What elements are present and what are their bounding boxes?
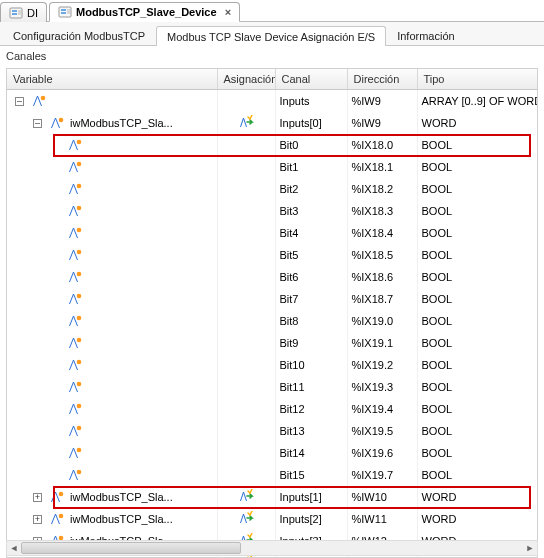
canal-cell: Inputs xyxy=(275,90,347,113)
scroll-left-arrow[interactable]: ◄ xyxy=(7,541,21,555)
expand-icon[interactable]: + xyxy=(33,493,42,502)
table-row[interactable]: Bit5%IX18.5BOOL xyxy=(7,244,538,266)
variable-icon xyxy=(68,337,82,349)
direccion-cell: %IX19.7 xyxy=(347,464,417,486)
variable-icon xyxy=(50,513,64,525)
sub-tab[interactable]: Información xyxy=(386,25,465,45)
horizontal-scrollbar[interactable]: ◄ ► xyxy=(6,540,538,556)
direccion-cell: %IX18.4 xyxy=(347,222,417,244)
variable-icon xyxy=(68,315,82,327)
table-row[interactable]: +iwModbusTCP_Sla...Inputs[2]%IW11WORD xyxy=(7,508,538,530)
svg-point-22 xyxy=(77,404,82,409)
canal-cell: Bit9 xyxy=(275,332,347,354)
direccion-cell: %IX19.6 xyxy=(347,442,417,464)
canal-cell: Bit5 xyxy=(275,244,347,266)
assignment-icon xyxy=(238,489,254,503)
tree-spacer xyxy=(51,163,60,172)
expand-icon[interactable]: + xyxy=(33,515,42,524)
canal-cell: Bit15 xyxy=(275,464,347,486)
canal-cell: Bit4 xyxy=(275,222,347,244)
table-row[interactable]: Bit12%IX19.4BOOL xyxy=(7,398,538,420)
tree-spacer xyxy=(51,185,60,194)
variable-icon xyxy=(50,117,64,129)
editor-tabs: DIModbusTCP_Slave_Device× xyxy=(0,0,544,22)
table-row[interactable]: Bit3%IX18.3BOOL xyxy=(7,200,538,222)
editor-tab-label: ModbusTCP_Slave_Device xyxy=(76,6,217,18)
table-row[interactable]: Bit14%IX19.6BOOL xyxy=(7,442,538,464)
svg-rect-3 xyxy=(18,10,21,15)
table-row[interactable]: Bit0%IX18.0BOOL xyxy=(7,134,538,156)
tipo-cell: BOOL xyxy=(417,134,538,156)
variable-icon xyxy=(32,95,46,107)
header-row: Variable Asignación Canal Dirección Tipo xyxy=(7,69,538,90)
scroll-thumb[interactable] xyxy=(21,542,241,554)
table-row[interactable]: –Inputs%IW9ARRAY [0..9] OF WORD xyxy=(7,90,538,113)
table-row[interactable]: Bit7%IX18.7BOOL xyxy=(7,288,538,310)
svg-rect-1 xyxy=(12,10,17,12)
canal-cell: Bit7 xyxy=(275,288,347,310)
tipo-cell: BOOL xyxy=(417,376,538,398)
direccion-cell: %IX18.1 xyxy=(347,156,417,178)
variable-icon xyxy=(68,139,82,151)
table-row[interactable]: Bit8%IX19.0BOOL xyxy=(7,310,538,332)
variable-icon xyxy=(68,161,82,173)
tree-spacer xyxy=(51,405,60,414)
variable-name: iwModbusTCP_Sla... xyxy=(70,491,173,503)
variable-name: iwModbusTCP_Sla... xyxy=(70,117,173,129)
scroll-right-arrow[interactable]: ► xyxy=(523,541,537,555)
variable-icon xyxy=(68,403,82,415)
table-row[interactable]: –iwModbusTCP_Sla...Inputs[0]%IW9WORD xyxy=(7,112,538,134)
svg-point-8 xyxy=(41,96,46,101)
table-row[interactable]: Bit4%IX18.4BOOL xyxy=(7,222,538,244)
assignment-icon xyxy=(238,115,254,129)
editor-tab-modbustcp_slave_device[interactable]: ModbusTCP_Slave_Device× xyxy=(49,2,240,22)
direccion-cell: %IX19.4 xyxy=(347,398,417,420)
collapse-icon[interactable]: – xyxy=(15,97,24,106)
variable-icon xyxy=(68,205,82,217)
table-row[interactable]: Bit6%IX18.6BOOL xyxy=(7,266,538,288)
direccion-cell: %IX19.0 xyxy=(347,310,417,332)
svg-point-9 xyxy=(59,118,64,123)
svg-point-23 xyxy=(77,426,82,431)
svg-point-18 xyxy=(77,316,82,321)
tipo-cell: BOOL xyxy=(417,464,538,486)
tree-spacer xyxy=(51,427,60,436)
table-row[interactable]: Bit13%IX19.5BOOL xyxy=(7,420,538,442)
sub-tab[interactable]: Modbus TCP Slave Device Asignación E/S xyxy=(156,26,386,46)
io-mapping-grid[interactable]: Variable Asignación Canal Dirección Tipo… xyxy=(6,68,538,558)
tipo-cell: BOOL xyxy=(417,222,538,244)
tree-spacer xyxy=(51,449,60,458)
col-asignacion[interactable]: Asignación xyxy=(217,69,275,90)
close-icon[interactable]: × xyxy=(225,6,231,18)
direccion-cell: %IX19.3 xyxy=(347,376,417,398)
direccion-cell: %IW10 xyxy=(347,486,417,508)
svg-rect-7 xyxy=(67,9,70,14)
tipo-cell: WORD xyxy=(417,508,538,530)
svg-point-15 xyxy=(77,250,82,255)
collapse-icon[interactable]: – xyxy=(33,119,42,128)
table-row[interactable]: +iwModbusTCP_Sla...Inputs[1]%IW10WORD xyxy=(7,486,538,508)
canal-cell: Bit8 xyxy=(275,310,347,332)
table-row[interactable]: Bit9%IX19.1BOOL xyxy=(7,332,538,354)
table-row[interactable]: Bit15%IX19.7BOOL xyxy=(7,464,538,486)
col-variable[interactable]: Variable xyxy=(7,69,217,90)
table-row[interactable]: Bit10%IX19.2BOOL xyxy=(7,354,538,376)
editor-tab-di[interactable]: DI xyxy=(0,2,47,22)
variable-icon xyxy=(68,249,82,261)
tree-spacer xyxy=(51,471,60,480)
table-row[interactable]: Bit11%IX19.3BOOL xyxy=(7,376,538,398)
col-direccion[interactable]: Dirección xyxy=(347,69,417,90)
svg-point-27 xyxy=(59,514,64,519)
table-row[interactable]: Bit1%IX18.1BOOL xyxy=(7,156,538,178)
svg-point-24 xyxy=(77,448,82,453)
col-tipo[interactable]: Tipo xyxy=(417,69,538,90)
tree-spacer xyxy=(51,141,60,150)
tree-spacer xyxy=(51,229,60,238)
col-canal[interactable]: Canal xyxy=(275,69,347,90)
sub-tab[interactable]: Configuración ModbusTCP xyxy=(2,25,156,45)
direccion-cell: %IX19.1 xyxy=(347,332,417,354)
canal-cell: Inputs[0] xyxy=(275,112,347,134)
canal-cell: Inputs[1] xyxy=(275,486,347,508)
tipo-cell: WORD xyxy=(417,486,538,508)
table-row[interactable]: Bit2%IX18.2BOOL xyxy=(7,178,538,200)
